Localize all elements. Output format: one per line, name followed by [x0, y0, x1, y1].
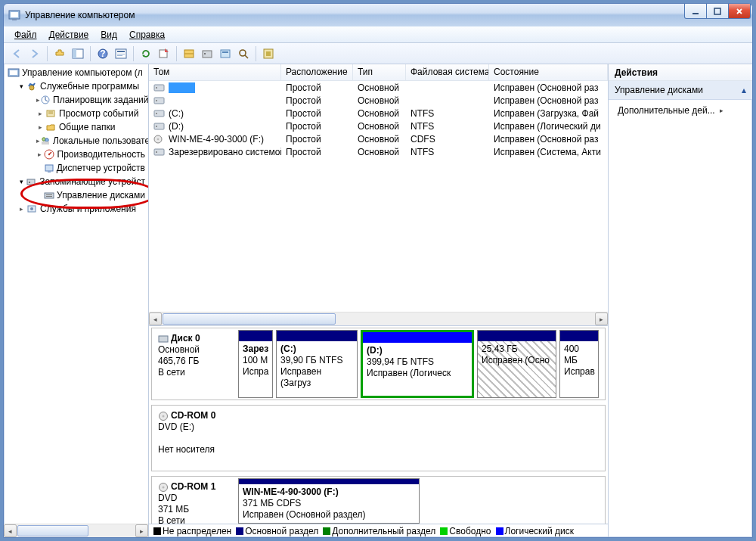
tree-panel: Управление компьютером (л ▾ Служебные пр… [4, 64, 149, 537]
menubar: Файл Действие Вид Справка [4, 26, 752, 43]
svg-point-61 [163, 486, 165, 488]
volume-row[interactable]: ПростойОсновнойИсправен (Основной раз [149, 81, 608, 94]
svg-rect-33 [42, 141, 49, 145]
tree-task-scheduler[interactable]: ▸Планировщик заданий [5, 93, 148, 107]
svg-rect-38 [27, 179, 35, 185]
titlebar[interactable]: Управление компьютером [4, 4, 752, 26]
actions-section[interactable]: Управление дисками ▴ [609, 81, 752, 100]
volume-row[interactable]: ПростойОсновнойИсправен (Основной раз [149, 94, 608, 107]
svg-point-26 [29, 86, 34, 90]
menu-view[interactable]: Вид [94, 27, 123, 42]
svg-rect-51 [154, 123, 164, 129]
svg-rect-1 [11, 12, 18, 17]
tree-hscroll[interactable]: ◂ ▸ [4, 524, 148, 537]
refresh-button[interactable] [138, 45, 154, 62]
drive-icon [153, 148, 166, 157]
drive-icon [153, 96, 166, 105]
tb-icon-3[interactable] [217, 45, 234, 62]
menu-help[interactable]: Справка [123, 27, 171, 42]
svg-point-54 [157, 138, 160, 140]
properties-button[interactable] [113, 45, 129, 62]
scroll-left-button[interactable]: ◂ [4, 524, 17, 537]
svg-point-35 [48, 154, 50, 155]
svg-point-48 [156, 100, 157, 101]
partition[interactable]: (D:)399,94 ГБ NTFSИсправен (Логическ [361, 330, 474, 398]
tree-shared-folders[interactable]: ▸Общие папки [5, 120, 148, 134]
volume-row[interactable]: WIN-ME-4-90-3000 (F:)ПростойОсновнойCDFS… [149, 132, 608, 145]
svg-rect-4 [714, 8, 720, 14]
volume-row[interactable]: Зарезервировано системойПростойОсновнойN… [149, 145, 608, 158]
svg-rect-19 [222, 51, 228, 53]
minimize-button[interactable] [684, 4, 707, 19]
svg-point-59 [163, 415, 165, 417]
forward-button[interactable] [26, 45, 43, 62]
up-button[interactable] [51, 45, 68, 62]
tb-icon-2[interactable] [199, 45, 215, 62]
disk-row-0[interactable]: Диск 0 Основной 465,76 ГБ В сети Зарез10… [151, 328, 606, 400]
app-icon [8, 9, 20, 21]
svg-rect-41 [46, 194, 52, 195]
col-fs[interactable]: Файловая система [406, 64, 489, 80]
volume-row[interactable]: (C:)ПростойОсновнойNTFSИсправен (Загрузк… [149, 107, 608, 120]
scroll-left-button[interactable]: ◂ [149, 312, 162, 325]
col-location[interactable]: Расположение [281, 64, 353, 80]
partition[interactable]: (C:)39,90 ГБ NTFSИсправен (Загруз [276, 330, 358, 398]
partition-cd1[interactable]: WIN-ME-4-90-3000 (F:) 371 МБ CDFS Исправ… [238, 478, 420, 524]
maximize-button[interactable] [706, 4, 729, 19]
svg-rect-45 [154, 85, 164, 91]
partition[interactable]: Зарез100 МИспра [238, 330, 273, 398]
tb-icon-4[interactable] [235, 45, 252, 62]
svg-rect-42 [46, 196, 52, 197]
legend: Не распределен Основной раздел Дополните… [149, 524, 608, 537]
volume-row[interactable]: (D:)ПростойОсновнойNTFSИсправен (Логичес… [149, 120, 608, 132]
svg-rect-16 [203, 51, 212, 58]
svg-rect-23 [266, 51, 271, 56]
cdrom-row-1[interactable]: CD-ROM 1 DVD 371 МБ В сети WIN-ME-4-90-3… [151, 476, 606, 524]
partition[interactable]: 400 МБИсправ [559, 330, 599, 398]
col-volume[interactable]: Том [149, 64, 281, 80]
volume-list-header[interactable]: Том Расположение Тип Файловая система Со… [149, 64, 608, 81]
tree-storage[interactable]: ▾Запоминающие устройст [5, 175, 148, 188]
volume-list[interactable]: ПростойОсновнойИсправен (Основной разПро… [149, 81, 608, 312]
disk0-size: 465,76 ГБ [158, 356, 232, 367]
cd1-name: CD-ROM 1 [158, 481, 232, 493]
svg-line-21 [245, 55, 248, 58]
scroll-right-button[interactable]: ▸ [595, 312, 608, 325]
menu-file[interactable]: Файл [8, 27, 43, 42]
scroll-right-button[interactable]: ▸ [135, 524, 148, 537]
svg-rect-36 [45, 165, 53, 171]
tree-root[interactable]: Управление компьютером (л [5, 66, 148, 79]
actions-more[interactable]: Дополнительные дей... ▸ [609, 100, 752, 121]
tree-performance[interactable]: ▸Производительность [5, 148, 148, 161]
menu-action[interactable]: Действие [43, 27, 95, 42]
export-button[interactable] [156, 45, 172, 62]
partition[interactable]: 25,43 ГБИсправен (Осно [477, 330, 556, 398]
drive-icon [153, 83, 166, 92]
volume-hscroll[interactable]: ◂ ▸ [149, 312, 608, 325]
svg-rect-57 [159, 336, 168, 342]
cdrom-row-0[interactable]: CD-ROM 0 DVD (E:) Нет носителя [151, 405, 606, 471]
tree-disk-management[interactable]: ▸Управление дисками [5, 188, 148, 202]
col-type[interactable]: Тип [353, 64, 406, 80]
svg-text:?: ? [100, 48, 105, 59]
svg-rect-49 [154, 110, 164, 117]
col-state[interactable]: Состояние [489, 64, 608, 80]
show-hide-tree-button[interactable] [70, 45, 86, 62]
tree-local-users[interactable]: ▸Локальные пользовате [5, 134, 148, 148]
tb-icon-1[interactable] [181, 45, 197, 62]
tree-event-viewer[interactable]: ▸Просмотр событий [5, 107, 148, 120]
tb-icon-5[interactable] [260, 45, 277, 62]
tree-device-manager[interactable]: ▸Диспетчер устройств [5, 161, 148, 175]
back-button[interactable] [8, 45, 25, 62]
disk0-type: Основной [158, 344, 232, 356]
collapse-icon[interactable]: ▴ [742, 85, 746, 95]
help-button[interactable]: ? [94, 45, 111, 62]
close-button[interactable] [728, 4, 751, 19]
tree-services[interactable]: ▸Службы и приложения [5, 202, 148, 216]
svg-rect-40 [45, 193, 54, 198]
cd0-type: DVD (E:) [158, 421, 232, 433]
svg-point-17 [204, 53, 206, 54]
tree-system-tools[interactable]: ▾ Служебные программы [5, 79, 148, 93]
svg-rect-6 [73, 49, 76, 58]
disk0-status: В сети [158, 367, 232, 378]
